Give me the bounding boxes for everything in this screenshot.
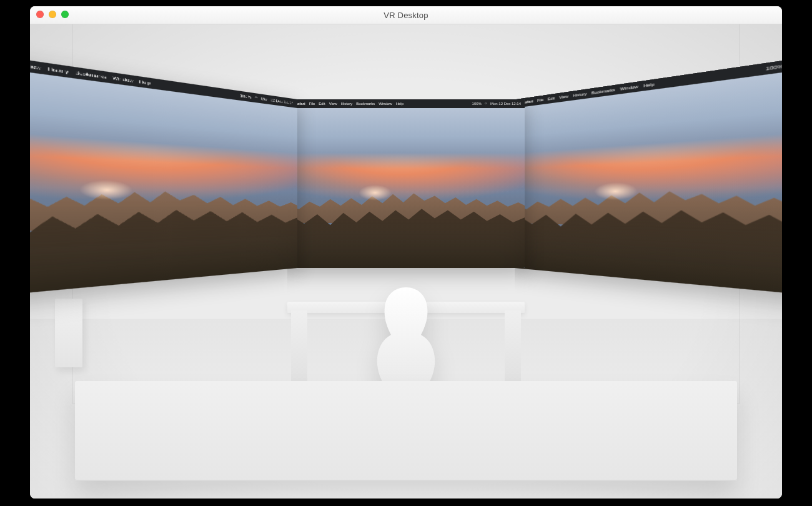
vr-room: Safari File Edit View History Bookmarks … (30, 24, 782, 499)
dock-app-chrome[interactable] (362, 254, 371, 262)
macos-desktop: Safari File Edit View History Bookmarks … (30, 47, 297, 300)
menubar-item[interactable]: Window (379, 99, 392, 108)
dock-app-trash[interactable] (452, 254, 461, 262)
wifi-icon[interactable]: ⌔ (255, 93, 257, 102)
dock-app-documents[interactable] (442, 254, 450, 262)
macos-desktop: Safari File Edit View History Bookmarks … (287, 99, 525, 268)
menubar[interactable]: Safari File Edit View History Bookmarks … (287, 99, 525, 108)
titlebar[interactable]: VR Desktop (30, 6, 782, 24)
dock-app-safari[interactable] (373, 254, 382, 262)
wallpaper[interactable] (287, 108, 525, 268)
menubar-item[interactable]: File (309, 99, 315, 108)
dock-app-google-drive[interactable] (415, 254, 424, 262)
close-button[interactable] (36, 11, 44, 18)
menubar-item[interactable]: Help (396, 99, 404, 108)
menubar-item[interactable]: Edit (319, 99, 325, 108)
traffic-lights (36, 11, 69, 18)
dock-app-downloads[interactable] (431, 254, 440, 262)
dock-separator (427, 254, 428, 262)
menubar-item[interactable]: File (537, 95, 543, 105)
side-block (55, 299, 82, 367)
virtual-display-center[interactable]: Safari File Edit View History Bookmarks … (287, 99, 525, 268)
menubar-item[interactable]: Bookmarks (356, 99, 375, 108)
app-window: VR Desktop Safari File Edit View (30, 6, 782, 499)
macos-desktop: Safari File Edit View History Bookmarks … (515, 47, 782, 300)
menubar-status: 100% ⌔ Mon 12 Dec 12:14 (472, 99, 521, 108)
zoom-button[interactable] (61, 11, 69, 18)
battery-icon[interactable]: 100% (472, 99, 482, 108)
menubar-item[interactable]: Edit (548, 94, 555, 104)
minimize-button[interactable] (49, 11, 56, 18)
menubar-item[interactable]: View (329, 99, 337, 108)
virtual-display-left[interactable]: Safari File Edit View History Bookmarks … (30, 47, 297, 300)
dock-app-finder[interactable] (352, 254, 360, 262)
menubar-item[interactable]: View (30, 60, 41, 74)
vr-viewport[interactable]: Safari File Edit View History Bookmarks … (30, 24, 782, 499)
virtual-displays: Safari File Edit View History Bookmarks … (75, 99, 737, 287)
virtual-display-right[interactable]: Safari File Edit View History Bookmarks … (515, 47, 782, 300)
dock-app-sketch[interactable] (394, 254, 403, 262)
dock-app-photoshop[interactable] (405, 254, 413, 262)
window-title: VR Desktop (30, 11, 782, 20)
dock[interactable] (348, 251, 465, 265)
dock-app-mail[interactable] (384, 254, 392, 262)
menubar-status: 100% ⌔ Mon 12 Dec 12:14 (766, 48, 782, 74)
wifi-icon[interactable]: ⌔ (485, 99, 487, 108)
platform (75, 381, 737, 481)
menubar-item[interactable]: History (341, 99, 353, 108)
